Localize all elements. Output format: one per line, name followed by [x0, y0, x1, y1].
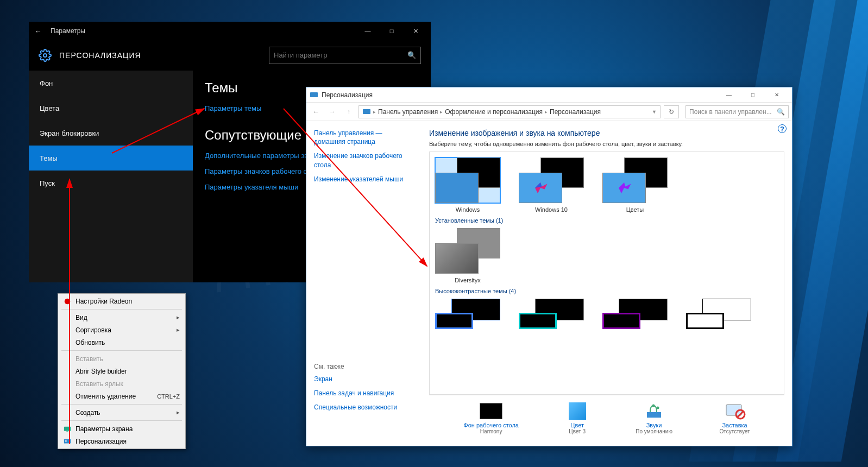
chevron-down-icon[interactable]: ▼ [652, 109, 657, 115]
svg-rect-2 [64, 426, 71, 431]
nav-background[interactable]: Фон [29, 71, 193, 96]
svg-point-10 [657, 407, 659, 409]
search-icon: 🔍 [777, 108, 785, 116]
menu-paste: Вставить [59, 352, 184, 365]
chevron-right-icon: ▸ [177, 314, 180, 321]
menu-sort[interactable]: Сортировка▸ [59, 324, 184, 336]
svg-point-5 [65, 440, 67, 441]
theme-hc-3[interactable] [602, 299, 668, 324]
footer-sounds[interactable]: Звуки По умолчанию [636, 402, 672, 434]
chevron-right-icon: ▸ [177, 409, 180, 416]
hc-themes-header: Высококонтрастные темы (4) [435, 288, 778, 294]
menu-view[interactable]: Вид▸ [59, 311, 184, 324]
gear-icon [39, 49, 52, 62]
breadcrumb-item[interactable]: Персонализация [550, 108, 601, 116]
cp-main-subtext: Выберите тему, чтобы одновременно измени… [429, 141, 784, 147]
menu-paste-shortcut: Вставить ярлык [59, 377, 184, 390]
screensaver-icon [724, 402, 746, 420]
seealso-display[interactable]: Экран [314, 375, 414, 383]
nav-start[interactable]: Пуск [29, 171, 193, 195]
theme-flowers[interactable]: Цветы [602, 157, 668, 213]
theme-hc-1[interactable] [435, 299, 500, 324]
settings-titlebar-title: Параметры [51, 27, 356, 35]
nav-lockscreen[interactable]: Экран блокировки [29, 121, 193, 146]
settings-search-input[interactable] [274, 51, 407, 59]
radeon-icon [64, 298, 71, 305]
svg-rect-6 [310, 92, 318, 97]
cp-main: Изменение изображения и звука на компьют… [422, 121, 792, 446]
theme-hc-2[interactable] [519, 299, 584, 324]
maximize-button[interactable]: □ [741, 88, 765, 102]
menu-undo-delete[interactable]: Отменить удалениеCTRL+Z [59, 390, 184, 402]
footer-screensaver[interactable]: Заставка Отсутствует [720, 402, 750, 434]
svg-point-0 [43, 54, 47, 57]
menu-separator [61, 350, 182, 351]
svg-point-9 [652, 405, 655, 407]
footer-desktop-background[interactable]: Фон рабочего стола Harmony [463, 402, 519, 434]
breadcrumb-item[interactable]: Панель управления [378, 108, 438, 116]
nav-up-button[interactable]: ↑ [342, 105, 355, 118]
svg-rect-3 [66, 431, 68, 432]
sidebar-link-cp-home[interactable]: Панель управления — домашняя страница [314, 129, 414, 146]
color-icon [569, 402, 586, 420]
cp-sidebar: Панель управления — домашняя страница Из… [306, 121, 422, 446]
close-button[interactable]: ✕ [765, 88, 789, 102]
see-also-header: См. также [314, 363, 414, 370]
refresh-button[interactable]: ↻ [664, 105, 679, 118]
theme-diversityx[interactable]: Diversityx [435, 228, 500, 283]
footer-color[interactable]: Цвет Цвет 3 [566, 402, 589, 434]
svg-point-1 [65, 298, 71, 304]
sidebar-link-desktop-icons[interactable]: Изменение значков рабочего стола [314, 152, 414, 169]
settings-titlebar: ← Параметры — □ ✕ [29, 22, 431, 40]
menu-separator [61, 420, 182, 421]
sounds-icon [644, 402, 664, 420]
nav-back-button[interactable]: ← [310, 105, 323, 118]
display-icon [64, 425, 71, 433]
svg-rect-7 [363, 109, 370, 114]
breadcrumb[interactable]: ▸ Панель управления ▸ Оформление и персо… [358, 105, 661, 118]
svg-rect-4 [64, 439, 71, 443]
theme-list[interactable]: Windows Windows 10 Цветы Установленные т… [429, 152, 784, 395]
maximize-button[interactable]: □ [380, 22, 404, 40]
desktop-context-menu: Настройки Radeon Вид▸ Сортировка▸ Обнови… [58, 293, 186, 449]
theme-windows10[interactable]: Windows 10 [519, 157, 584, 213]
cp-search-placeholder: Поиск в панели управлен... [689, 108, 772, 116]
seealso-accessibility[interactable]: Специальные возможности [314, 403, 414, 412]
settings-search-box[interactable]: 🔍 [269, 47, 421, 64]
settings-nav: Фон Цвета Экран блокировки Темы Пуск [29, 71, 193, 282]
close-button[interactable]: ✕ [404, 22, 427, 40]
chevron-right-icon: ▸ [177, 326, 180, 333]
menu-personalize[interactable]: Персонализация [59, 435, 184, 447]
minimize-button[interactable]: — [356, 22, 380, 40]
desktop-bg-icon [480, 403, 502, 419]
minimize-button[interactable]: — [717, 88, 741, 102]
menu-radeon-settings[interactable]: Настройки Radeon [59, 295, 184, 307]
theme-windows[interactable]: Windows [435, 157, 500, 213]
svg-rect-8 [647, 412, 661, 418]
nav-forward-button[interactable]: → [326, 105, 339, 118]
cp-footer: Фон рабочего стола Harmony Цвет Цвет 3 З… [429, 395, 784, 441]
personalize-icon [362, 108, 371, 116]
installed-themes-header: Установленные темы (1) [435, 217, 778, 224]
back-arrow-icon[interactable]: ← [32, 27, 44, 35]
settings-header: ПЕРСОНАЛИЗАЦИЯ 🔍 [29, 40, 431, 71]
nav-themes[interactable]: Темы [29, 146, 193, 171]
menu-refresh[interactable]: Обновить [59, 336, 184, 349]
settings-header-title: ПЕРСОНАЛИЗАЦИЯ [59, 51, 141, 60]
menu-new[interactable]: Создать▸ [59, 406, 184, 419]
menu-shortcut: CTRL+Z [157, 393, 180, 400]
theme-hc-4[interactable] [686, 299, 751, 324]
nav-colors[interactable]: Цвета [29, 96, 193, 121]
cp-titlebar: Персонализация — □ ✕ [306, 87, 792, 103]
cp-address-bar: ← → ↑ ▸ Панель управления ▸ Оформление и… [306, 103, 792, 121]
personalize-icon [310, 91, 318, 99]
cp-search-box[interactable]: Поиск в панели управлен... 🔍 [685, 105, 789, 118]
menu-separator [61, 309, 182, 310]
menu-display-settings[interactable]: Параметры экрана [59, 422, 184, 435]
breadcrumb-item[interactable]: Оформление и персонализация [445, 108, 543, 116]
sidebar-link-mouse-pointers[interactable]: Изменение указателей мыши [314, 175, 414, 184]
cp-title: Персонализация [322, 91, 717, 99]
seealso-taskbar[interactable]: Панель задач и навигация [314, 389, 414, 397]
personalize-icon [64, 438, 71, 445]
menu-style-builder[interactable]: Abrir Style builder [59, 365, 184, 377]
